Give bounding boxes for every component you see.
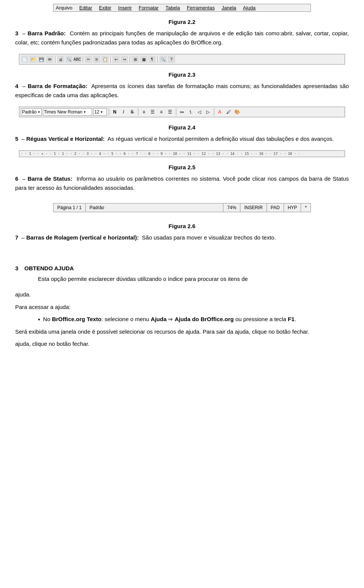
- toolbar-icon-help: ?: [168, 55, 175, 63]
- align-justify-button[interactable]: ☰: [166, 108, 174, 116]
- bullet-1-bold4: F1: [288, 316, 295, 322]
- menu-formatar[interactable]: Formatar: [139, 5, 159, 11]
- toolbar-icon-print: 🖨: [57, 55, 64, 63]
- bold-button[interactable]: N: [111, 108, 119, 116]
- toolbar-icon-grid: ▦: [140, 55, 147, 63]
- bullet-1-suffix: ou pressione a tecla: [234, 316, 288, 322]
- format-sep-4: [214, 108, 214, 116]
- indent-more-button[interactable]: ▷: [204, 108, 212, 116]
- menu-inserir[interactable]: Inserir: [118, 5, 132, 11]
- section-6-text: 6 – Barra de Status: Informa ao usuário …: [15, 174, 349, 192]
- toolbar-icon-undo: ↩: [112, 55, 120, 63]
- menu-ajuda[interactable]: Ajuda: [243, 5, 256, 11]
- toolbar-bar: 📄 📂 💾 ✉ 🖨 🔍 ABC ✂ ⎘ 📋 ↩ ↪ ⊞ ▦ ¶ 🔍 ?: [19, 54, 345, 65]
- toolbar-icon-open: 📂: [29, 55, 37, 63]
- section-7-text: 7 – Barras de Rolagem (vertical e horizo…: [15, 233, 349, 242]
- section-3-block: 3 – Barra Padrão: Contém as principais f…: [15, 29, 349, 47]
- section3-intro: Esta opção permite esclarecer dúvidas ut…: [38, 274, 248, 284]
- align-right-button[interactable]: ≡: [158, 108, 165, 116]
- bullet-1-end: .: [295, 316, 296, 322]
- status-page: Página 1 / 1: [53, 203, 86, 212]
- section3-note: ajuda.: [15, 290, 349, 300]
- ruler-bar: · · 1 · · × · · 1 · 1 · · 2 · · 3 · · 4 …: [19, 150, 345, 157]
- format-size-select[interactable]: 12 ▼: [93, 108, 107, 116]
- status-zoom: 74%: [223, 203, 240, 212]
- format-style-select[interactable]: Padrão ▼: [21, 108, 42, 116]
- toolbar-icon-find: 🔍: [159, 55, 167, 63]
- indent-less-button[interactable]: ◁: [196, 108, 203, 116]
- status-insert: INSERIR: [240, 203, 267, 212]
- menu-exibir[interactable]: Exibir: [99, 5, 111, 11]
- section-5-block: 5 – Réguas Vertical e Horizontal: As rég…: [15, 134, 349, 143]
- bullet-dot-1: •: [38, 315, 40, 325]
- menu-ferramentas[interactable]: Ferramentas: [187, 5, 215, 11]
- section-3-num: 3: [15, 30, 18, 36]
- ruler-text: · · 1 · · × · · 1 · 1 · · 2 · · 3 · · 4 …: [21, 152, 300, 156]
- format-font-arrow: ▼: [83, 110, 86, 114]
- toolbar-icon-redo: ↪: [121, 55, 128, 63]
- bg-color-button[interactable]: 🎨: [234, 108, 241, 116]
- toolbar-icon-format: ¶: [148, 55, 156, 63]
- toolbar-icon-cut: ✂: [85, 55, 92, 63]
- section3-access: Para acessar a ajuda:: [15, 303, 349, 312]
- status-hyp: HYP: [284, 203, 301, 212]
- toolbar-icon-spell: ABC: [74, 55, 81, 63]
- format-size-arrow: ▼: [100, 110, 103, 114]
- numlist-button[interactable]: ⒈: [187, 108, 195, 116]
- toolbar-icon-preview: 🔍: [65, 55, 73, 63]
- section-4-text: 4 – Barra de Formatação: Apresenta os íc…: [15, 82, 349, 100]
- menubar: Arquivo Editar Exibir Inserir Formatar T…: [53, 4, 311, 12]
- bullet-1-bold3: Ajuda do BrOffice.org: [175, 316, 234, 322]
- list-button[interactable]: ≔: [178, 108, 186, 116]
- menu-editar[interactable]: Editar: [79, 5, 92, 11]
- toolbar-sep-3: [110, 55, 111, 63]
- section-5-title-inline: Réguas Vertical e Horizontal:: [26, 136, 105, 142]
- figure-2-5-caption: Figura 2.5: [15, 164, 349, 170]
- section3-indent-spacer: [15, 274, 38, 287]
- toolbar-icon-email: ✉: [46, 55, 53, 63]
- bullet-1-mid: : selecione o menu: [102, 316, 151, 322]
- toolbar-icon-new: 📄: [21, 55, 28, 63]
- figure-2-4-caption: Figura 2.4: [15, 124, 349, 131]
- format-size-label: 12: [94, 109, 99, 115]
- section-7-desc: São usadas para mover e visualizar trech…: [142, 234, 276, 241]
- section3-number: 3: [15, 265, 18, 271]
- section3-bullet-1: • No BrOffice.org Texto: selecione o men…: [38, 315, 349, 325]
- format-sep-3: [176, 108, 176, 116]
- toolbar-sep-4: [130, 55, 130, 63]
- menu-tabela[interactable]: Tabela: [165, 5, 180, 11]
- section3-fechar-note: ajuda, clique no botão fechar.: [15, 339, 349, 349]
- italic-button[interactable]: I: [120, 108, 127, 116]
- font-color-button[interactable]: A: [216, 108, 224, 116]
- align-left-button[interactable]: ≡: [140, 108, 148, 116]
- section-6-block: 6 – Barra de Status: Informa ao usuário …: [15, 174, 349, 192]
- strike-button[interactable]: S: [129, 108, 136, 116]
- bullet-1-text: No BrOffice.org Texto: selecione o menu …: [43, 315, 296, 325]
- status-style: Padrão: [86, 203, 223, 212]
- section-7-title-inline: Barras de Rolagem (vertical e horizontal…: [26, 234, 139, 241]
- section-4-title-inline: Barra de Formatação:: [28, 83, 88, 89]
- section-3-title-inline: Barra Padrão:: [28, 30, 66, 36]
- format-sep-2: [138, 108, 138, 116]
- section3-heading-row: 3 OBTENDO AJUDA: [15, 254, 349, 274]
- format-font-select[interactable]: Times New Roman ▼: [43, 108, 92, 116]
- section-7-num: 7: [15, 234, 18, 241]
- section-4-block: 4 – Barra de Formatação: Apresenta os íc…: [15, 82, 349, 100]
- section-5-desc: As réguas vertical e horizontal permitem…: [107, 136, 334, 142]
- figure-2-6-caption: Figura 2.6: [15, 223, 349, 229]
- align-center-button[interactable]: ☰: [149, 108, 157, 116]
- section-7-block: 7 – Barras de Rolagem (vertical e horizo…: [15, 233, 349, 242]
- toolbar-sep-2: [83, 55, 83, 63]
- highlight-button[interactable]: 🖊: [225, 108, 232, 116]
- toolbar-icon-paste: 📋: [101, 55, 109, 63]
- section-3-text: 3 – Barra Padrão: Contém as principais f…: [15, 29, 349, 47]
- format-font-label: Times New Roman: [44, 109, 83, 115]
- status-bar-container: Página 1 / 1 Padrão 74% INSERIR PAD HYP …: [15, 199, 349, 216]
- format-style-arrow: ▼: [38, 110, 41, 114]
- menu-arquivo[interactable]: Arquivo: [56, 5, 72, 11]
- menu-janela[interactable]: Janela: [221, 5, 236, 11]
- section3-intro-row: Esta opção permite esclarecer dúvidas ut…: [15, 274, 349, 287]
- figure-2-2-caption: Figura 2.2: [15, 19, 349, 25]
- figure-2-3-caption: Figura 2.3: [15, 71, 349, 78]
- bullet-1-bold2: Ajuda: [151, 316, 167, 322]
